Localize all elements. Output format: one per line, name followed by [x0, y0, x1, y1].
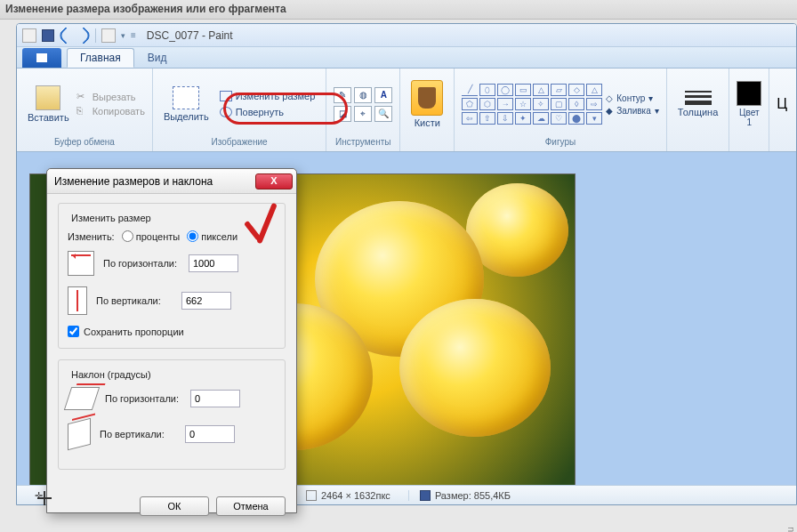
fill-button[interactable]: ◆Заливка▾ — [606, 106, 659, 116]
skew-fieldset: Наклон (градусы) По горизонтали: По верт… — [58, 359, 286, 470]
vertical-input[interactable] — [181, 292, 231, 310]
brushes-label: Кисти — [415, 117, 440, 128]
filesize-value: Размер: 855,4КБ — [435, 490, 511, 501]
keep-ratio-label: Сохранить пропорции — [84, 326, 184, 337]
group-brushes: Кисти — [400, 69, 455, 151]
shapes-gallery[interactable]: ╱ ⬯◯▭ △▱◇△ ⬠⬡→☆ ✧▢◊⇨ ⇦⇧⇩✦ ☁♡⬤▾ — [462, 84, 602, 125]
fill-icon: ◆ — [606, 106, 613, 116]
horizontal-icon — [68, 251, 94, 276]
group-tools: ✎ ◍ A ◪ ⌖ 🔍 Инструменты — [326, 69, 400, 151]
color1-swatch[interactable] — [737, 81, 761, 106]
save-icon[interactable] — [42, 29, 54, 42]
resize-icon — [220, 91, 232, 101]
tab-home[interactable]: Главная — [67, 48, 134, 68]
select-label: Выделить — [164, 111, 209, 122]
document-icon[interactable] — [101, 28, 116, 43]
select-button[interactable]: Выделить — [160, 85, 213, 124]
color1-label: Цвет 1 — [739, 108, 759, 127]
group-label: Буфер обмена — [54, 137, 115, 149]
brushes-button[interactable]: Кисти — [407, 78, 447, 130]
rotate-icon — [220, 107, 232, 117]
ok-button[interactable]: ОК — [140, 496, 209, 516]
picker-tool-icon[interactable]: ⌖ — [354, 106, 372, 122]
group-label: Изображение — [212, 137, 268, 149]
brush-icon — [418, 87, 436, 109]
skew-vertical-input[interactable] — [185, 425, 235, 443]
outline-button[interactable]: ◇Контур▾ — [606, 93, 659, 103]
undo-icon[interactable] — [57, 27, 75, 44]
copy-icon: ⎘ — [76, 105, 89, 117]
thickness-icon — [685, 91, 712, 105]
cut-button: ✂Вырезать — [76, 91, 145, 103]
dimensions-icon — [306, 490, 317, 501]
page-heading: Изменение размера изображения или его фр… — [0, 0, 797, 20]
vertical-label: По вертикали: — [96, 295, 173, 306]
horizontal-label: По горизонтали: — [103, 258, 180, 269]
file-icon[interactable] — [22, 28, 36, 43]
text-tool-icon[interactable]: A — [374, 87, 392, 103]
select-icon — [173, 86, 199, 109]
cancel-button[interactable]: Отмена — [216, 496, 286, 516]
window-title: DSC_0077 - Paint — [147, 29, 233, 42]
qat-overflow[interactable]: ≡ — [131, 30, 136, 40]
group-thickness: Толщина — [667, 69, 730, 151]
horizontal-input[interactable] — [189, 254, 238, 272]
skew-section-label: Наклон (градусы) — [68, 369, 155, 380]
paste-icon — [36, 85, 60, 110]
app-menu-button[interactable] — [22, 48, 61, 68]
group-label: Инструменты — [335, 137, 390, 149]
thickness-button[interactable]: Толщина — [674, 89, 722, 119]
skew-vertical-label: По вертикали: — [100, 429, 176, 439]
ribbon-tabs: Главная Вид — [17, 47, 796, 69]
group-colors-more: Ц — [769, 69, 794, 151]
resize-fieldset: Изменить размер Изменить: проценты пиксе… — [58, 203, 286, 349]
radio-pixels[interactable]: пиксели — [187, 230, 237, 242]
redo-icon[interactable] — [75, 27, 93, 44]
filesize-icon — [420, 490, 431, 501]
separator — [95, 28, 96, 43]
resize-by-label: Изменить: — [68, 231, 115, 242]
dropdown-icon[interactable]: ▾ — [121, 31, 125, 40]
skew-horizontal-input[interactable] — [190, 390, 240, 407]
group-label: Фигуры — [545, 137, 576, 149]
group-color1: Цвет 1 — [729, 69, 769, 151]
dimensions-value: 2464 × 1632пкс — [321, 490, 390, 501]
image-content — [399, 299, 551, 437]
dialog-title: Изменение размеров и наклона — [54, 175, 213, 188]
cut-icon: ✂ — [76, 91, 89, 103]
resize-button[interactable]: Изменить размер — [216, 89, 319, 103]
resize-label: Изменить размер — [236, 91, 316, 101]
keep-ratio-checkbox[interactable] — [68, 326, 79, 337]
skew-horizontal-icon — [64, 387, 100, 410]
tab-view[interactable]: Вид — [134, 48, 181, 68]
fill-tool-icon[interactable]: ◍ — [354, 87, 372, 103]
group-clipboard: Вставить ✂Вырезать ⎘Копировать Буфер обм… — [17, 69, 153, 151]
skew-horizontal-label: По горизонтали: — [105, 393, 181, 404]
group-shapes: ╱ ⬯◯▭ △▱◇△ ⬠⬡→☆ ✧▢◊⇨ ⇦⇧⇩✦ ☁♡⬤▾ ◇Контур▾ … — [455, 69, 667, 151]
eraser-tool-icon[interactable]: ◪ — [334, 106, 351, 122]
resize-section-label: Изменить размер — [68, 213, 155, 223]
zoom-tool-icon[interactable]: 🔍 — [374, 106, 392, 122]
resize-skew-dialog: Изменение размеров и наклона X Изменить … — [46, 168, 297, 513]
radio-percent[interactable]: проценты — [122, 230, 181, 242]
thickness-label: Толщина — [678, 107, 719, 117]
close-button[interactable]: X — [255, 173, 293, 189]
copy-button: ⎘Копировать — [76, 105, 145, 117]
rotate-button[interactable]: Повернуть — [216, 105, 319, 119]
ribbon: Вставить ✂Вырезать ⎘Копировать Буфер обм… — [17, 69, 796, 152]
colors-more-label: Ц — [777, 96, 787, 112]
vertical-icon — [68, 286, 87, 315]
pencil-tool-icon[interactable]: ✎ — [334, 87, 351, 103]
watermark: Загружено irindom для 7dach.ru — [785, 527, 795, 532]
paste-button[interactable]: Вставить — [24, 84, 73, 125]
skew-vertical-icon — [68, 418, 91, 450]
group-image: Выделить Изменить размер Повернуть Изобр… — [153, 69, 326, 151]
quick-access-toolbar: ▾ ≡ DSC_0077 - Paint — [17, 24, 796, 47]
dialog-titlebar[interactable]: Изменение размеров и наклона X — [47, 169, 296, 194]
outline-icon: ◇ — [606, 93, 613, 103]
crosshair-cursor-icon — [37, 491, 52, 505]
rotate-label: Повернуть — [236, 107, 284, 117]
paste-label: Вставить — [28, 112, 69, 123]
